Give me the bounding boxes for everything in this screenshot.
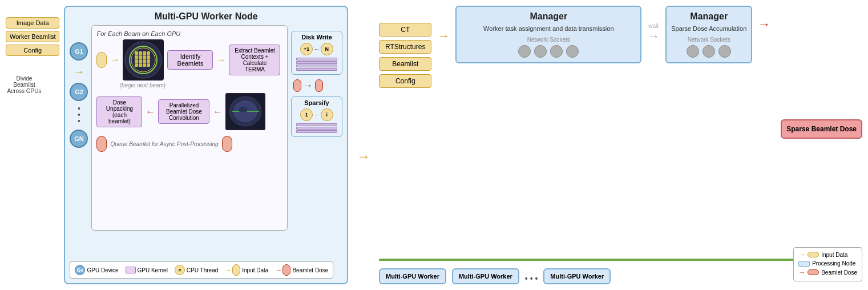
legend-beamlet-dose-left: → Beamlet Dose bbox=[275, 264, 328, 276]
manager1-desc: Worker task assignment and data transmis… bbox=[461, 25, 636, 32]
cpu-thread-n: N bbox=[321, 43, 333, 55]
parallelized-box: Parallelized Beamlet Dose Convolution bbox=[158, 99, 209, 124]
worker-beamlist-box: Worker Beamlist bbox=[6, 31, 59, 42]
manager1-box: Manager Worker task assignment and data … bbox=[455, 6, 641, 63]
stack-bar-2 bbox=[296, 61, 337, 64]
input-connector-1 bbox=[96, 52, 107, 68]
svg-rect-15 bbox=[139, 63, 142, 67]
multi-gpu-title: Multi-GPU Worker Node bbox=[70, 11, 342, 22]
multi-gpu-box: Multi-GPU Worker Node G1 → G2 ••• GN For… bbox=[64, 6, 348, 284]
pill-red-icon bbox=[808, 269, 819, 275]
right-top: CT RTStructures Beamlist Config → Manage… bbox=[379, 6, 862, 252]
wait-arrow: → bbox=[647, 29, 660, 44]
cpu-thread-1: 1 bbox=[300, 108, 313, 121]
disk-write-section: Disk Write +1 ··· N bbox=[291, 31, 342, 75]
legend-processing-node: Processing Node bbox=[798, 260, 857, 267]
svg-rect-9 bbox=[147, 55, 150, 59]
stack-bar-7 bbox=[296, 130, 337, 133]
worker-box-3: Multi-GPU Worker bbox=[543, 268, 611, 284]
socket-2 bbox=[534, 45, 547, 58]
extract-box: Extract Beamlet Contexts + Calculate TER… bbox=[229, 45, 280, 75]
svg-rect-2 bbox=[135, 51, 138, 55]
ct-box: CT bbox=[379, 23, 431, 37]
worker-box-1: Multi-GPU Worker bbox=[379, 268, 446, 284]
legend-gpu-device: G# GPU Device bbox=[75, 265, 118, 275]
manager2-subtitle: Sparse Dose Accumulation bbox=[671, 25, 746, 32]
sparsify-connector-2 bbox=[315, 79, 323, 92]
wait-area: wait → bbox=[647, 6, 660, 44]
gpu-devices-col: G1 → G2 ••• GN bbox=[70, 25, 88, 231]
legend-input-data-left: → Input Data bbox=[225, 264, 268, 276]
for-each-label: For Each Beam on Each GPU bbox=[96, 30, 282, 37]
panel-divider: → bbox=[357, 6, 370, 284]
arrow-left-2: ← bbox=[213, 107, 222, 117]
svg-rect-6 bbox=[135, 55, 138, 59]
left-legend: G# GPU Device GPU Kernel # CPU Thread → bbox=[70, 261, 333, 279]
svg-rect-10 bbox=[135, 59, 138, 63]
svg-rect-16 bbox=[143, 63, 146, 67]
input-to-manager-arrow: → bbox=[437, 6, 450, 43]
legend-beamlet-dose-right: → Beamlet Dose bbox=[798, 268, 857, 276]
worker-box-2: Multi-GPU Worker bbox=[452, 268, 519, 284]
workers-area: Multi-GPU Worker Multi-GPU Worker • • • … bbox=[379, 268, 862, 284]
stack-bar-5 bbox=[296, 123, 337, 126]
svg-rect-12 bbox=[143, 59, 146, 63]
network-line-container: Network Interface bbox=[379, 256, 862, 264]
identify-beamlets-box: Identify Beamlets bbox=[167, 50, 213, 70]
sockets-row-1 bbox=[461, 45, 636, 58]
svg-rect-5 bbox=[147, 51, 150, 55]
network-sockets-label-1: Network Sockets bbox=[461, 37, 636, 43]
workers-dots: • • • bbox=[525, 268, 538, 283]
svg-rect-4 bbox=[143, 51, 146, 55]
sparsify-title: Sparsify bbox=[294, 99, 340, 106]
beamlist-box: Beamlist bbox=[379, 57, 431, 71]
arrow-left-1: ← bbox=[146, 107, 155, 117]
pipeline-area: For Each Beam on Each GPU → bbox=[91, 25, 288, 231]
queue-connector-1 bbox=[96, 136, 107, 152]
stack-bar-3 bbox=[296, 65, 337, 67]
svg-rect-17 bbox=[147, 63, 150, 67]
sparsify-connector bbox=[293, 79, 301, 92]
config-box: Config bbox=[6, 45, 59, 56]
socket-4 bbox=[566, 45, 579, 58]
svg-rect-14 bbox=[135, 63, 138, 67]
network-sockets-label-2: Network Sockets bbox=[671, 37, 746, 43]
ct-slice-visual bbox=[226, 94, 265, 130]
begin-next-beam: (begin next beam) bbox=[119, 82, 282, 88]
stack-bar-6 bbox=[296, 127, 337, 130]
sparsify-section: Sparsify 1 ··· i bbox=[291, 96, 342, 137]
svg-rect-3 bbox=[139, 51, 142, 55]
socket-6 bbox=[703, 45, 715, 58]
arrow-2: → bbox=[216, 55, 225, 65]
manager-sparse-box: Manager Sparse Dose Accumulation Network… bbox=[665, 6, 752, 63]
to-sparse-arrow: → bbox=[758, 6, 770, 32]
svg-rect-11 bbox=[139, 59, 142, 63]
right-panel: CT RTStructures Beamlist Config → Manage… bbox=[379, 6, 862, 284]
queue-label: Queue Beamlet for Async Post-Processing bbox=[110, 141, 218, 147]
arrow-1: → bbox=[110, 55, 119, 65]
stack-bar-1 bbox=[296, 58, 337, 61]
config-right-box: Config bbox=[379, 74, 431, 88]
pill-blue-icon bbox=[798, 261, 810, 267]
legend-gpu-kernel: GPU Kernel bbox=[126, 267, 168, 273]
disk-write-title: Disk Write bbox=[294, 34, 340, 41]
gpu-g1: G1 bbox=[70, 42, 88, 61]
gpu-gn: GN bbox=[70, 130, 88, 148]
manager1-title: Manager bbox=[461, 11, 636, 22]
svg-point-23 bbox=[239, 106, 248, 113]
beamlet-visual bbox=[123, 40, 163, 80]
gpu-dots: ••• bbox=[78, 106, 80, 125]
svg-rect-7 bbox=[139, 55, 142, 59]
svg-rect-13 bbox=[147, 59, 150, 63]
svg-rect-8 bbox=[143, 55, 146, 59]
legend-input-data-right: → Input Data bbox=[798, 251, 857, 259]
socket-1 bbox=[518, 45, 531, 58]
divide-label: Divide Beamlist Across GPUs bbox=[6, 75, 43, 94]
wait-label: wait bbox=[648, 23, 659, 29]
data-inputs-col: CT RTStructures Beamlist Config bbox=[379, 6, 431, 88]
socket-3 bbox=[550, 45, 563, 58]
rtstructures-box: RTStructures bbox=[379, 40, 431, 54]
pill-yellow-icon bbox=[808, 252, 819, 257]
sockets-row-2 bbox=[671, 45, 746, 58]
stack-bar-4 bbox=[296, 68, 337, 71]
